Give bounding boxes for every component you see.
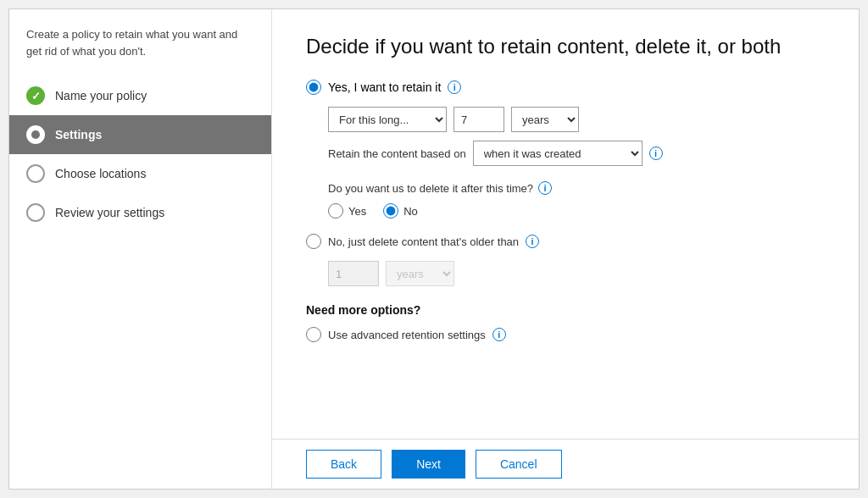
delete-info-icon[interactable]: i [538, 181, 552, 195]
no-just-delete-label[interactable]: No, just delete content that's older tha… [328, 235, 519, 248]
advanced-info-icon[interactable]: i [492, 328, 506, 341]
retain-option-row: Yes, I want to retain it i [306, 80, 825, 95]
need-more-title: Need more options? [306, 303, 825, 317]
delete-yes-option[interactable]: Yes [328, 203, 366, 219]
sidebar-description: Create a policy to retain what you want … [9, 26, 271, 76]
sidebar-item-label-review-settings: Review your settings [55, 206, 164, 219]
duration-type-select[interactable]: For this long... Indefinitely [328, 107, 447, 132]
older-than-unit-select: years months days [386, 261, 454, 286]
cancel-button[interactable]: Cancel [476, 450, 562, 479]
step-circle-review-settings [26, 203, 45, 222]
page-title: Decide if you want to retain content, de… [306, 33, 825, 59]
retain-yes-radio[interactable] [306, 80, 321, 95]
no-just-delete-radio[interactable] [306, 234, 321, 249]
delete-question: Do you want us to delete it after this t… [328, 181, 825, 195]
sidebar-item-choose-locations[interactable]: Choose locations [9, 154, 271, 193]
footer: Back Next Cancel [272, 439, 859, 489]
step-circle-settings [26, 125, 45, 144]
delete-no-option[interactable]: No [383, 203, 418, 219]
sidebar-item-settings[interactable]: Settings [9, 115, 271, 154]
retain-based-label: Retain the content based on [328, 147, 466, 160]
duration-section: For this long... Indefinitely years mont… [328, 107, 825, 219]
active-dot [31, 130, 40, 139]
next-button[interactable]: Next [392, 450, 465, 479]
delete-no-radio[interactable] [383, 203, 398, 219]
older-than-controls: years months days [328, 261, 825, 286]
back-button[interactable]: Back [306, 450, 381, 479]
step-circle-choose-locations [26, 164, 45, 183]
duration-controls-row: For this long... Indefinitely years mont… [328, 107, 825, 132]
duration-unit-select[interactable]: years months days [511, 107, 579, 132]
duration-value-input[interactable] [453, 107, 504, 132]
step-circle-name-policy: ✓ [26, 86, 45, 105]
advanced-retention-label[interactable]: Use advanced retention settings [328, 329, 486, 341]
no-just-delete-row: No, just delete content that's older tha… [306, 234, 825, 249]
advanced-retention-row: Use advanced retention settings i [306, 327, 825, 342]
content-area: Decide if you want to retain content, de… [272, 9, 859, 489]
retain-yes-label[interactable]: Yes, I want to retain it [328, 80, 441, 94]
retain-based-info-icon[interactable]: i [649, 147, 663, 160]
need-more-section: Need more options? Use advanced retentio… [306, 303, 825, 342]
sidebar: Create a policy to retain what you want … [9, 9, 272, 489]
sidebar-item-label-settings: Settings [55, 128, 102, 141]
older-than-value-input [328, 261, 379, 286]
retain-info-icon[interactable]: i [448, 80, 461, 94]
sidebar-item-label-choose-locations: Choose locations [55, 167, 146, 180]
delete-yes-radio[interactable] [328, 203, 343, 219]
sidebar-item-review-settings[interactable]: Review your settings [9, 193, 271, 232]
app-window: Create a policy to retain what you want … [8, 8, 860, 490]
no-just-delete-info-icon[interactable]: i [526, 235, 539, 248]
delete-yesno-row: Yes No [328, 203, 825, 219]
retain-based-select[interactable]: when it was created when it was last mod… [473, 141, 643, 166]
content-body: Decide if you want to retain content, de… [272, 9, 859, 439]
sidebar-item-label-name-policy: Name your policy [55, 89, 147, 102]
main-body: Create a policy to retain what you want … [9, 9, 859, 489]
retain-based-row: Retain the content based on when it was … [328, 141, 825, 166]
sidebar-item-name-policy[interactable]: ✓ Name your policy [9, 76, 271, 115]
checkmark-icon: ✓ [31, 90, 41, 102]
advanced-retention-radio[interactable] [306, 327, 321, 342]
